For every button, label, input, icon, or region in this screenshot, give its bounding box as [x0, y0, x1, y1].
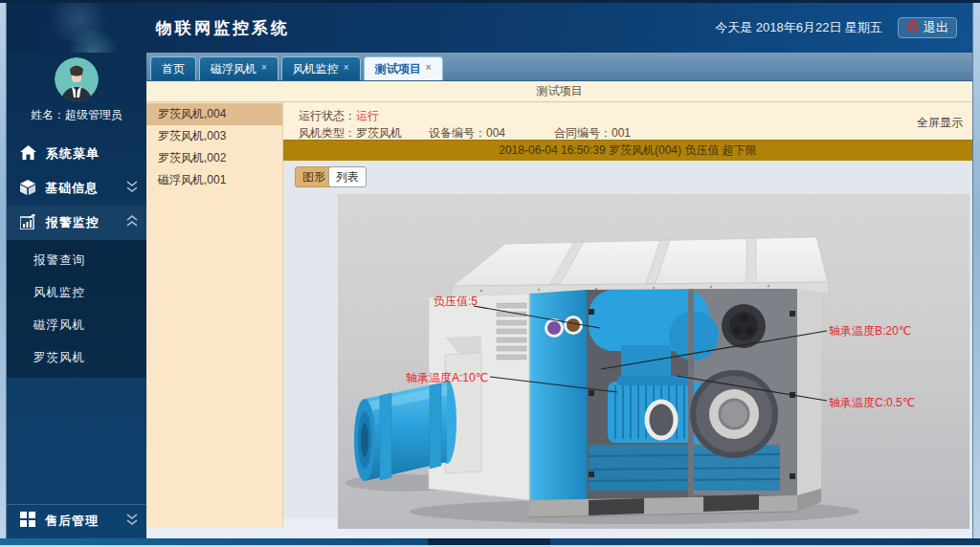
- device-list: 罗茨风机,004 罗茨风机,003 罗茨风机,002 磁浮风机,001: [146, 102, 283, 528]
- app-header: 物联网监控系统 今天是 2018年6月22日 星期五 退出: [7, 3, 972, 53]
- tab-label: 测试项目: [375, 61, 421, 77]
- sidebar-item-label: 售后管理: [45, 513, 99, 530]
- tab-test-project[interactable]: 测试项目 ×: [364, 56, 443, 80]
- alarm-submenu: 报警查询 风机监控 磁浮风机 罗茨风机: [7, 240, 146, 378]
- sidebar: 姓名：超级管理员 系统菜单 基础信息 报警监控: [7, 53, 146, 538]
- tab-label: 首页: [162, 61, 185, 77]
- close-icon[interactable]: ×: [426, 62, 432, 73]
- contract-no-field: 合同编号：001: [554, 125, 631, 142]
- cube-icon: [20, 180, 35, 198]
- tab-label: 风机监控: [293, 61, 339, 77]
- power-icon: [906, 19, 919, 36]
- annotation-bearing-temp-b: 轴承温度B:20℃: [829, 323, 911, 339]
- chart-icon: [20, 214, 36, 232]
- tab-home[interactable]: 首页: [150, 56, 196, 80]
- avatar: [55, 57, 99, 101]
- sidebar-item-after-sales[interactable]: 售后管理: [7, 504, 146, 536]
- run-status-label: 运行状态：: [299, 109, 356, 122]
- sidebar-menu: 系统菜单 基础信息 报警监控 报警查询 风机监控 磁浮风机 罗茨风机: [7, 137, 146, 378]
- device-no-field: 设备编号：004: [429, 125, 554, 142]
- graph-view-button[interactable]: 图形: [295, 166, 333, 187]
- main-area: 首页 磁浮风机 × 风机监控 × 测试项目 × 测试项目 罗茨风机,004 罗茨…: [146, 53, 972, 538]
- device-list-item[interactable]: 罗茨风机,002: [146, 147, 282, 169]
- chevron-double-down-icon: [125, 181, 139, 196]
- close-icon[interactable]: ×: [261, 62, 267, 73]
- sidebar-item-alarm-query[interactable]: 报警查询: [7, 244, 146, 276]
- user-name-label: 姓名：超级管理员: [31, 107, 122, 123]
- window-bottom-bar: [0, 538, 980, 547]
- scrollbar-thumb[interactable]: [428, 538, 550, 545]
- machine-image-panel: 负压值:5 轴承温度A:10℃ 轴承温度B:20℃ 轴承温度C:0.5℃: [338, 194, 969, 529]
- tab-maglev-fan[interactable]: 磁浮风机 ×: [199, 56, 278, 80]
- device-list-item[interactable]: 罗茨风机,004: [146, 103, 282, 125]
- sidebar-item-alarm-monitor[interactable]: 报警监控: [7, 206, 146, 240]
- page-title: 测试项目: [146, 81, 972, 102]
- sidebar-item-label: 系统菜单: [46, 145, 100, 163]
- grid-icon: [20, 512, 35, 530]
- sidebar-item-fan-monitor[interactable]: 风机监控: [7, 276, 146, 309]
- sidebar-item-system-menu[interactable]: 系统菜单: [7, 137, 146, 171]
- current-date-text: 今天是 2018年6月22日 星期五: [715, 19, 882, 36]
- window-right-border: [972, 3, 980, 538]
- machine-illustration: [338, 194, 969, 529]
- sidebar-item-label: 基础信息: [45, 180, 99, 197]
- window-left-border: [0, 3, 7, 538]
- list-view-button[interactable]: 列表: [328, 166, 367, 187]
- sidebar-item-maglev-fan[interactable]: 磁浮风机: [7, 309, 146, 341]
- sidebar-item-basic-info[interactable]: 基础信息: [7, 171, 146, 206]
- fan-type-field: 风机类型：罗茨风机: [299, 125, 429, 142]
- device-info-panel: 运行状态：运行 风机类型：罗茨风机 设备编号：004 合同编号：001 全屏显示: [283, 102, 972, 140]
- alarm-message-bar: 2018-06-04 16:50:39 罗茨风机(004) 负压值 超下限: [283, 140, 972, 161]
- home-icon: [20, 145, 36, 163]
- tab-label: 磁浮风机: [211, 61, 256, 77]
- annotation-negative-pressure: 负压值:5: [434, 294, 478, 310]
- close-icon[interactable]: ×: [344, 62, 349, 73]
- sidebar-item-label: 报警监控: [46, 214, 100, 231]
- fullscreen-link[interactable]: 全屏显示: [917, 115, 963, 131]
- run-status-value: 运行: [356, 109, 379, 122]
- device-list-item[interactable]: 罗茨风机,003: [146, 125, 282, 147]
- logout-button[interactable]: 退出: [898, 17, 957, 38]
- logout-label: 退出: [924, 19, 948, 36]
- annotation-bearing-temp-c: 轴承温度C:0.5℃: [829, 395, 915, 411]
- annotation-bearing-temp-a: 轴承温度A:10℃: [406, 370, 488, 386]
- chevron-double-down-icon: [125, 514, 139, 529]
- graph-canvas-area: 图形 列表: [283, 161, 972, 518]
- tab-fan-monitor[interactable]: 风机监控 ×: [281, 56, 361, 80]
- sidebar-item-roots-fan[interactable]: 罗茨风机: [7, 341, 146, 374]
- chevron-double-up-icon: [125, 215, 139, 230]
- app-title: 物联网监控系统: [156, 17, 290, 39]
- tab-bar: 首页 磁浮风机 × 风机监控 × 测试项目 ×: [146, 53, 972, 81]
- device-list-item[interactable]: 磁浮风机,001: [146, 169, 282, 191]
